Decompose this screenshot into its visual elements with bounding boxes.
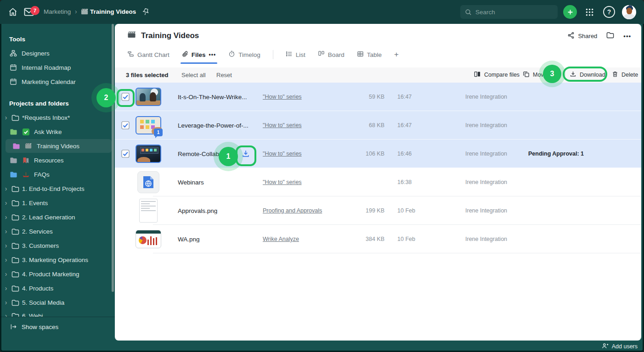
file-location-link[interactable]: "How to" series (263, 94, 302, 100)
file-owner: Irene Integration (465, 122, 507, 129)
add-user-icon (601, 342, 609, 351)
sidebar-item-products[interactable]: › 4. Products (0, 281, 115, 295)
sidebar-item-lead-generation[interactable]: › 2. Lead Generation (0, 210, 115, 224)
chevron-right-icon[interactable]: › (4, 270, 8, 278)
chevron-right-icon[interactable]: › (4, 312, 8, 317)
tab-add-view[interactable]: + (394, 50, 399, 59)
folder-action-icon[interactable] (606, 32, 614, 40)
file-name[interactable]: It-s-On-The-New-Wrike... (178, 94, 260, 101)
breadcrumb-page[interactable]: Training Videos (90, 8, 136, 15)
add-users-button[interactable]: Add users (601, 342, 638, 351)
sidebar-item-customers[interactable]: › 3. Customers (0, 239, 115, 252)
sidebar-item-training-videos[interactable]: Training Videos (6, 139, 112, 153)
file-row[interactable]: WA.png Wrike Analyze 384 KB 10 Feb Irene… (115, 225, 641, 253)
sidebar-item-end-to-end-projects[interactable]: › 1. End-to-End Projects (0, 182, 115, 196)
compare-icon (474, 71, 481, 79)
sidebar-item-social-media[interactable]: › 5. Social Media (0, 296, 115, 309)
file-thumbnail[interactable] (139, 199, 158, 223)
file-time: 10 Feb (397, 207, 415, 214)
file-name[interactable]: Leverage-the-Power-of-... (178, 122, 260, 129)
shared-button[interactable]: Shared (567, 32, 597, 40)
tab-overflow-icon[interactable]: ••• (209, 51, 216, 58)
breadcrumb-section[interactable]: Marketing (44, 8, 71, 15)
file-name[interactable]: Approvals.png (178, 207, 260, 214)
folder-outline-icon (11, 271, 19, 278)
file-name[interactable]: Webinars (178, 179, 260, 186)
sidebar-item-ask-wrike[interactable]: Ask Wrike (0, 125, 115, 139)
sidebar-item-faqs[interactable]: FAQs (0, 168, 115, 181)
tab-gantt-chart[interactable]: Gantt Chart (127, 50, 169, 59)
create-new-button[interactable] (563, 5, 577, 19)
sidebar-item-webinars-clipped[interactable]: › 6. Webi (0, 309, 115, 317)
sidebar-item-label: Marketing Calendar (22, 78, 76, 85)
sidebar-item-services[interactable]: › 2. Services (0, 224, 115, 238)
sidebar-item-requests-inbox[interactable]: › *Requests Inbox* (0, 111, 115, 124)
sidebar-item-product-marketing[interactable]: › 4. Product Marketing (0, 267, 115, 281)
sidebar-item-marketing-operations[interactable]: › 3. Marketing Operations (0, 253, 115, 267)
tab-board[interactable]: Board (318, 50, 345, 59)
more-menu-icon[interactable]: ••• (623, 33, 631, 39)
chevron-right-icon[interactable]: › (4, 213, 8, 221)
tab-table[interactable]: Table (357, 50, 382, 59)
folder-outline-icon (11, 200, 19, 207)
tab-files[interactable]: Files ••• (182, 50, 216, 59)
tab-list[interactable]: List (286, 50, 305, 59)
search-box[interactable] (460, 5, 558, 19)
sidebar-item-resources[interactable]: Resources (0, 153, 115, 167)
chevron-right-icon[interactable]: › (4, 285, 8, 292)
chevron-right-icon[interactable]: › (4, 242, 8, 249)
chevron-right-icon[interactable]: › (4, 228, 8, 235)
file-location-link[interactable]: Wrike Analyze (263, 236, 299, 242)
file-thumbnail[interactable] (136, 145, 161, 163)
help-icon[interactable]: ? (603, 6, 615, 18)
compare-files-button[interactable]: Compare files (474, 71, 520, 79)
tab-timelog[interactable]: Timelog (228, 50, 260, 59)
chevron-right-icon[interactable]: › (4, 199, 8, 207)
file-thumbnail[interactable] (137, 171, 159, 193)
file-location-link[interactable]: "How to" series (263, 151, 302, 157)
sidebar-item-internal-roadmap[interactable]: Internal Roadmap (0, 61, 115, 74)
chevron-right-icon[interactable]: › (4, 299, 8, 306)
file-thumbnail[interactable]: 1 (136, 116, 161, 134)
sidebar-scrollbar[interactable] (112, 24, 114, 292)
pin-icon[interactable] (141, 6, 151, 17)
file-location-link[interactable]: "How to" series (263, 179, 302, 185)
file-thumbnail[interactable] (136, 88, 161, 106)
sidebar-item-designers[interactable]: Designers (0, 46, 115, 60)
row-checkbox-checked[interactable] (121, 150, 130, 158)
search-input[interactable] (475, 9, 544, 16)
thumbnail-art (141, 210, 156, 211)
file-row[interactable]: 1 Leverage-the-Power-of-... "How to" ser… (115, 111, 641, 140)
show-spaces-button[interactable]: Show spaces (9, 323, 58, 330)
folder-icon (9, 157, 17, 164)
avatar[interactable] (622, 5, 636, 19)
folder-outline-icon (11, 185, 19, 192)
apps-grid-icon[interactable] (584, 7, 595, 17)
file-owner: Irene Integration (465, 236, 507, 242)
file-location-link[interactable]: "How to" series (263, 122, 302, 129)
delete-button[interactable]: Delete (612, 71, 638, 79)
file-location-link[interactable]: Proofing and Approvals (263, 207, 322, 214)
chevron-right-icon[interactable]: › (4, 256, 8, 263)
select-all-button[interactable]: Select all (181, 72, 206, 78)
top-bar: 7 Marketing › Training Videos ? (0, 0, 644, 24)
annotation-box-checkbox (117, 89, 135, 107)
folder-outline-icon (11, 313, 19, 317)
file-row[interactable]: Webinars "How to" series 16:38 Irene Int… (115, 168, 641, 196)
sidebar-item-label: 3. Customers (22, 242, 59, 249)
file-row[interactable]: Approvals.png Proofing and Approvals 199… (115, 196, 641, 225)
reset-button[interactable]: Reset (216, 72, 232, 78)
file-owner: Irene Integration (465, 151, 507, 157)
file-row[interactable]: Remote-Collaborati... "How to" series 10… (115, 140, 641, 168)
row-checkbox-checked[interactable] (121, 121, 130, 129)
file-row[interactable]: It-s-On-The-New-Wrike... "How to" series… (115, 83, 641, 111)
file-name[interactable]: WA.png (178, 236, 260, 243)
sidebar-item-events[interactable]: › 1. Events (0, 196, 115, 210)
chevron-right-icon[interactable]: › (4, 185, 8, 192)
view-tabs: Gantt Chart Files ••• Timelog List Board (127, 49, 399, 60)
folder-icon (9, 129, 17, 135)
home-icon[interactable] (8, 7, 17, 17)
thumbnail-art (141, 149, 144, 151)
chevron-right-icon[interactable]: › (4, 114, 8, 121)
file-thumbnail[interactable] (136, 230, 161, 248)
